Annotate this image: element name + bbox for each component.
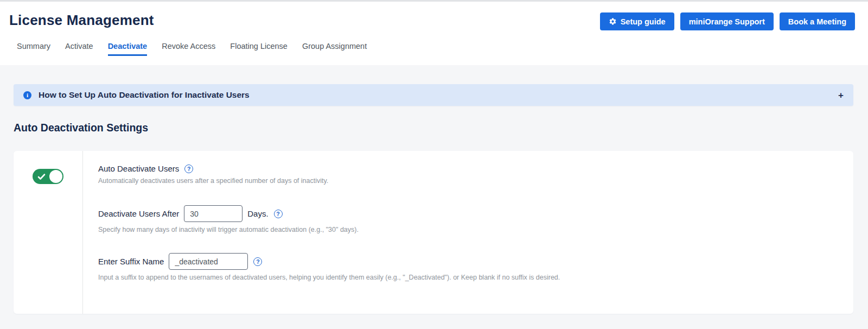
help-icon[interactable]: ? bbox=[253, 257, 262, 266]
tab-activate[interactable]: Activate bbox=[65, 42, 93, 56]
tab-group-assignment[interactable]: Group Assignment bbox=[302, 42, 367, 56]
setup-guide-label: Setup guide bbox=[621, 17, 666, 26]
page-title: License Management bbox=[9, 12, 154, 29]
days-helper: Specify how many days of inactivity will… bbox=[98, 226, 840, 233]
auto-deactivate-field: Auto Deactivate Users ? Automatically de… bbox=[98, 164, 840, 185]
tab-bar: Summary Activate Deactivate Revoke Acces… bbox=[9, 42, 855, 65]
tab-deactivate[interactable]: Deactivate bbox=[108, 42, 148, 56]
suffix-field: Enter Suffix Name ? Input a suffix to ap… bbox=[98, 253, 840, 281]
settings-fields: Auto Deactivate Users ? Automatically de… bbox=[83, 151, 853, 314]
toggle-knob bbox=[49, 170, 62, 183]
header-buttons: Setup guide miniOrange Support Book a Me… bbox=[600, 12, 855, 30]
suffix-helper: Input a suffix to append to the username… bbox=[98, 274, 840, 281]
miniorange-support-button[interactable]: miniOrange Support bbox=[680, 12, 774, 30]
tab-floating-license[interactable]: Floating License bbox=[230, 42, 288, 56]
info-icon: i bbox=[23, 91, 31, 99]
days-label-after: Days. bbox=[247, 209, 268, 218]
expand-plus-icon[interactable]: + bbox=[838, 91, 844, 100]
auto-deactivate-toggle[interactable] bbox=[33, 169, 63, 184]
tab-summary[interactable]: Summary bbox=[17, 42, 50, 56]
gear-icon bbox=[609, 17, 617, 26]
days-input[interactable] bbox=[184, 205, 242, 222]
setup-guide-button[interactable]: Setup guide bbox=[600, 12, 674, 30]
banner-title: How to Set Up Auto Deactivation for Inac… bbox=[39, 90, 831, 100]
main-content: i How to Set Up Auto Deactivation for In… bbox=[0, 65, 868, 314]
deactivate-days-field: Deactivate Users After Days. ? Specify h… bbox=[98, 205, 840, 233]
section-heading: Auto Deactivation Settings bbox=[14, 122, 853, 134]
suffix-input[interactable] bbox=[169, 253, 248, 270]
days-label-before: Deactivate Users After bbox=[98, 209, 179, 218]
help-icon[interactable]: ? bbox=[184, 164, 193, 173]
header: License Management Setup guide miniOrang… bbox=[0, 2, 868, 65]
auto-deactivate-label: Auto Deactivate Users bbox=[98, 164, 179, 173]
tab-revoke-access[interactable]: Revoke Access bbox=[162, 42, 215, 56]
toggle-column bbox=[14, 151, 83, 314]
how-to-accordion-banner[interactable]: i How to Set Up Auto Deactivation for In… bbox=[14, 84, 853, 106]
suffix-label: Enter Suffix Name bbox=[98, 257, 164, 266]
auto-deactivation-card: Auto Deactivate Users ? Automatically de… bbox=[14, 151, 853, 314]
auto-deactivate-helper: Automatically deactivates users after a … bbox=[98, 177, 840, 185]
book-a-meeting-button[interactable]: Book a Meeting bbox=[780, 12, 855, 30]
check-icon bbox=[37, 173, 46, 182]
help-icon[interactable]: ? bbox=[274, 210, 283, 218]
